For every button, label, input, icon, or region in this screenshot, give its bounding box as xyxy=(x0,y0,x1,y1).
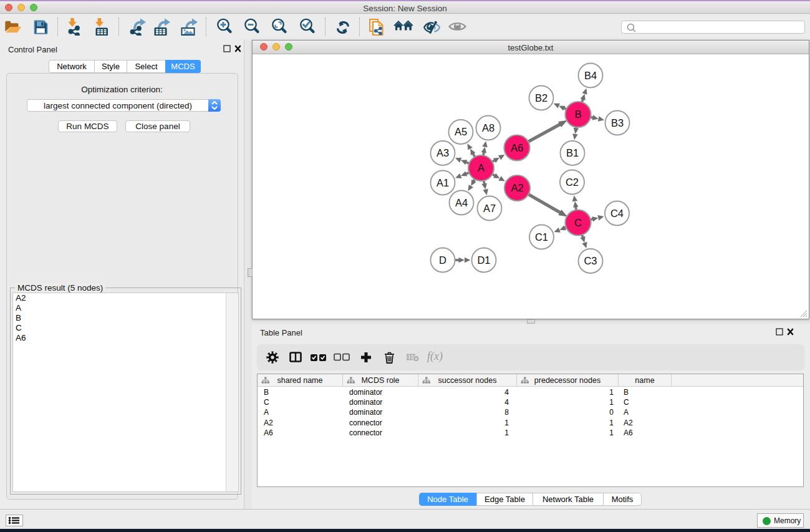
svg-text:A: A xyxy=(478,162,485,173)
svg-text:A4: A4 xyxy=(455,197,468,208)
svg-text:A2: A2 xyxy=(511,182,523,193)
svg-text:A1: A1 xyxy=(436,177,449,188)
svg-text:C2: C2 xyxy=(566,177,579,188)
svg-text:B2: B2 xyxy=(535,92,547,104)
svg-text:C1: C1 xyxy=(535,231,548,243)
svg-text:A3: A3 xyxy=(436,147,449,158)
svg-text:B1: B1 xyxy=(566,147,579,158)
svg-text:C4: C4 xyxy=(610,208,624,219)
svg-text:B: B xyxy=(574,109,581,120)
svg-text:B4: B4 xyxy=(584,70,597,81)
svg-text:C3: C3 xyxy=(584,255,597,266)
svg-text:B3: B3 xyxy=(611,117,624,128)
svg-text:A5: A5 xyxy=(455,126,467,137)
svg-text:A7: A7 xyxy=(483,203,496,214)
svg-text:D1: D1 xyxy=(477,254,490,266)
svg-text:A6: A6 xyxy=(511,142,523,153)
svg-text:A8: A8 xyxy=(482,122,494,133)
svg-text:D: D xyxy=(439,254,446,266)
svg-text:C: C xyxy=(574,217,582,228)
